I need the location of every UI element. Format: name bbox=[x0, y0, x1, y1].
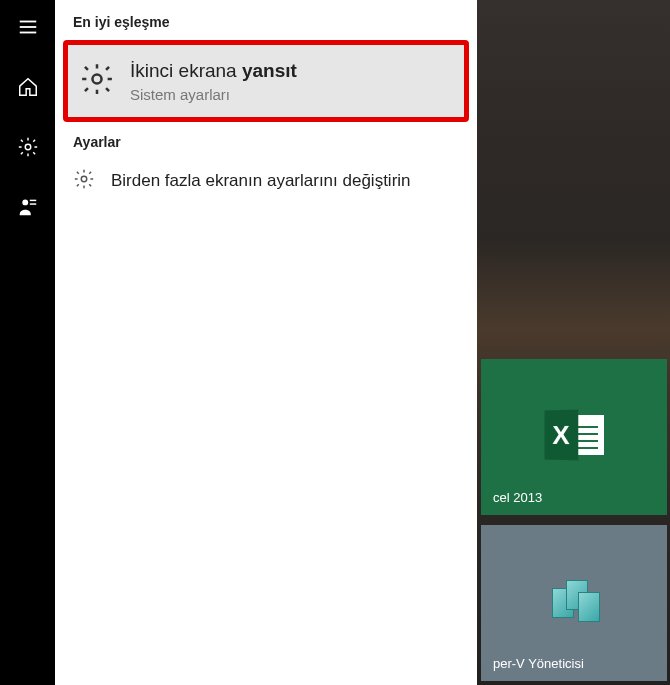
best-match-header: En iyi eşleşme bbox=[55, 8, 477, 40]
title-prefix: İkinci ekrana bbox=[130, 60, 242, 81]
title-bold: yansıt bbox=[242, 60, 297, 81]
desktop-background: X cel 2013 per-V Yöneticisi bbox=[477, 0, 670, 685]
tile-label: per-V Yöneticisi bbox=[493, 656, 655, 671]
best-match-title: İkinci ekrana yansıt bbox=[130, 59, 297, 84]
home-icon[interactable] bbox=[17, 76, 39, 102]
svg-rect-6 bbox=[29, 203, 35, 204]
tile-excel[interactable]: X cel 2013 bbox=[481, 359, 667, 515]
best-match-subtitle: Sistem ayarları bbox=[130, 86, 297, 103]
settings-header: Ayarlar bbox=[55, 128, 477, 160]
tile-label: cel 2013 bbox=[493, 490, 655, 505]
settings-result-label: Birden fazla ekranın ayarlarını değiştir… bbox=[111, 171, 411, 191]
svg-rect-5 bbox=[29, 200, 35, 201]
svg-point-3 bbox=[25, 144, 31, 150]
sidebar bbox=[0, 0, 55, 685]
hamburger-icon[interactable] bbox=[17, 16, 39, 42]
svg-point-4 bbox=[22, 199, 28, 205]
best-match-text: İkinci ekrana yansıt Sistem ayarları bbox=[130, 59, 297, 103]
tile-hyperv[interactable]: per-V Yöneticisi bbox=[481, 525, 667, 681]
best-match-result[interactable]: İkinci ekrana yansıt Sistem ayarları bbox=[63, 40, 469, 122]
settings-result[interactable]: Birden fazla ekranın ayarlarını değiştir… bbox=[55, 160, 477, 202]
gear-icon[interactable] bbox=[17, 136, 39, 162]
svg-point-8 bbox=[81, 176, 87, 182]
svg-point-7 bbox=[92, 74, 101, 83]
hyperv-icon bbox=[548, 574, 600, 626]
gear-icon bbox=[80, 62, 114, 100]
gear-icon bbox=[73, 168, 95, 194]
user-icon[interactable] bbox=[17, 196, 39, 222]
excel-icon: X bbox=[544, 410, 604, 460]
search-results-panel: En iyi eşleşme İkinci ekrana yansıt Sist… bbox=[55, 0, 477, 685]
